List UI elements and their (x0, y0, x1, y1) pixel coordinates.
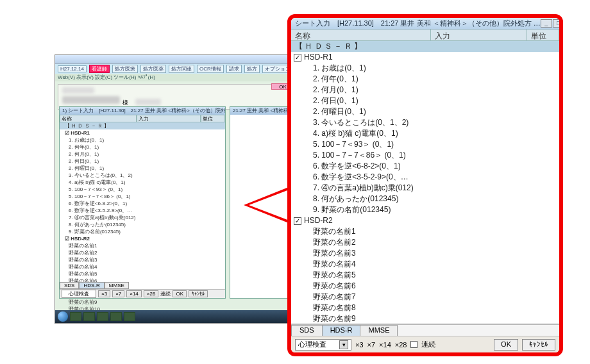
taskbar-item[interactable] (70, 312, 81, 321)
list-item[interactable]: 8. 何があったか(012345) (60, 221, 225, 228)
bg-date-tab[interactable]: H27.12.14 (58, 65, 87, 72)
bg-mult-1[interactable]: ×7 (112, 290, 124, 297)
list-item[interactable]: 5. 100－7＜93＞ (0、1) (60, 186, 225, 193)
checkbox-icon[interactable]: ✓ (294, 217, 301, 225)
list-item[interactable]: 野菜の名前1 (291, 226, 559, 237)
minimize-icon[interactable]: _ (541, 19, 552, 28)
maximize-icon[interactable]: □ (553, 19, 559, 28)
list-item[interactable]: 野菜の名前5 (60, 270, 225, 277)
bg-role-tab[interactable]: 看護師 (89, 65, 110, 73)
mult-x7[interactable]: ×7 (367, 341, 376, 349)
checkbox-icon[interactable]: ✓ (294, 54, 301, 62)
taskbar-item[interactable] (83, 312, 95, 321)
bg-tab-sds[interactable]: SDS (60, 282, 79, 289)
list-item[interactable]: 7. ④の言葉a)植b)動c)乗(012) (291, 183, 559, 194)
start-orb-icon[interactable] (58, 311, 68, 322)
list-item[interactable]: 野菜の名前1 (60, 242, 225, 249)
list-item[interactable]: 5. 100－7－7＜86＞ (0、1) (60, 193, 225, 200)
list-item[interactable]: 6. 数字を逆<3-5-2-9>(0、… (291, 172, 559, 183)
list-item[interactable]: 野菜の名前4 (60, 263, 225, 270)
bg-patient-extra-blur (135, 99, 161, 105)
list-item[interactable]: 8. 何があったか(012345) (291, 194, 559, 204)
list-item[interactable]: 1. お歳は(0、1) (60, 136, 225, 144)
list-item[interactable]: 5. 100－7＜93＞ (0、1) (291, 139, 559, 150)
list-item[interactable]: 4. a)桜 b)猫 c)電車(0、1) (291, 128, 559, 139)
list-item[interactable]: 6. 数字を逆<3-5-2-9>(0、… (60, 207, 225, 214)
bg-tool-3[interactable]: OCR情報 (197, 65, 224, 73)
list-item[interactable]: 2. 何月(0、1) (60, 151, 225, 158)
taskbar-item[interactable] (97, 312, 108, 321)
list-item[interactable]: 3. 今いるところは(0、1、2) (291, 117, 559, 128)
taskbar-item[interactable] (124, 312, 135, 321)
bg-col-name: 名称 (60, 115, 137, 122)
bg-tabs: SDS HDS-R MMSE (60, 282, 129, 289)
tab-mmse[interactable]: MMSE (360, 325, 398, 336)
list-item[interactable]: 2. 何年(0、1) (291, 74, 559, 85)
mult-x28[interactable]: ×28 (395, 341, 407, 349)
bg-sheet-header: 名称 入力 単位 (60, 115, 225, 122)
list-item[interactable]: 野菜の名前8 (291, 302, 559, 313)
list-item[interactable]: 2. 何年(0、1) (60, 144, 225, 151)
row-group-hsd-r2[interactable]: ✓ HSD-R2 (291, 215, 559, 226)
continuous-checkbox[interactable] (410, 341, 417, 348)
list-item[interactable]: 2. 何日(0、1) (291, 95, 559, 106)
bg-col-unit: 単位 (201, 115, 225, 122)
bg-row-group2[interactable]: ☑ HSD-R2 (60, 235, 225, 242)
ok-button[interactable]: OK (494, 339, 518, 351)
list-item[interactable]: 野菜の名前9 (60, 299, 225, 306)
list-item[interactable]: 野菜の名前4 (291, 259, 559, 270)
bg-row-group1[interactable]: ☑ HSD-R1 (60, 129, 225, 136)
cancel-button[interactable]: ｷｬﾝｾﾙ (522, 339, 555, 351)
bg-tool-2[interactable]: 処方関連 (169, 65, 194, 73)
taskbar-item[interactable] (110, 312, 122, 321)
chevron-down-icon[interactable]: ▾ (339, 340, 348, 349)
list-item[interactable]: 2. 何日(0、1) (60, 158, 225, 165)
list-item[interactable]: 9. 野菜の名前(012345) (60, 228, 225, 235)
tab-sds[interactable]: SDS (291, 325, 323, 336)
list-item[interactable]: 3. 今いるところは(0、1、2) (60, 172, 225, 179)
list-item[interactable]: 6. 数字を逆<6-8-2>(0、1) (291, 161, 559, 172)
bg-mult-2[interactable]: ×14 (126, 290, 142, 297)
mult-x14[interactable]: ×14 (379, 341, 391, 349)
list-item[interactable]: 2. 何月(0、1) (291, 85, 559, 95)
col-name: 名称 (291, 29, 431, 40)
bg-mult-3[interactable]: ×28 (144, 290, 159, 297)
list-item[interactable]: 7. ④の言葉a)植b)動c)乗(012) (60, 214, 225, 221)
list-item[interactable]: 野菜の名前3 (60, 256, 225, 263)
list-item[interactable]: 9. 野菜の名前(012345) (291, 204, 559, 215)
tab-hdsr[interactable]: HDS-R (322, 325, 361, 336)
list-item[interactable]: 2. 何曜日(0、1) (291, 106, 559, 117)
list-item[interactable]: 1. お歳は(0、1) (291, 63, 559, 74)
list-item[interactable]: 5. 100－7－7＜86＞ (0、1) (291, 150, 559, 161)
list-item[interactable]: 野菜の名前2 (60, 249, 225, 256)
bg-tool-0[interactable]: 処方医療 (112, 65, 138, 73)
category-combo[interactable]: 心理検査 ▾ (295, 339, 351, 351)
row-group-hsd-r1[interactable]: ✓ HSD-R1 (291, 52, 559, 63)
callout-pointer-fill (249, 188, 292, 222)
bg-sheet-title: 1) シート入力 [H27.11.30] 21:27 里井 美和 <精神科>（そ… (60, 107, 225, 115)
bg-patient-id-blur (62, 87, 94, 94)
list-item[interactable]: 2. 何曜日(0、1) (60, 165, 225, 172)
callout-title-text: シート入力 [H27.11.30] 21:27 里井 美和 ＜精神科＞（その他）… (295, 19, 541, 28)
bg-btn-cancel[interactable]: ｷｬﾝｾﾙ (189, 290, 208, 297)
bg-tool-1[interactable]: 処方医薬 (140, 65, 166, 73)
list-item[interactable]: 4. a)桜 b)猫 c)電車(0、1) (60, 179, 225, 186)
bg-tool-4[interactable]: 請求 (226, 65, 242, 73)
bg-tab-hdsr[interactable]: HDS-R (79, 282, 104, 289)
row-section-hdsr: 【 Ｈ Ｄ Ｓ － Ｒ 】 (291, 41, 559, 52)
bg-mult-0[interactable]: ×3 (98, 290, 110, 297)
bg-tool-5[interactable]: 処方 (244, 65, 260, 73)
list-item[interactable]: 野菜の名前7 (291, 292, 559, 302)
list-item[interactable]: 6. 数字を逆<6-8-2>(0、1) (60, 200, 225, 207)
list-item[interactable]: 野菜の名前9 (291, 313, 559, 324)
bg-combo[interactable]: 心理検査 (62, 290, 96, 298)
bg-btn-ok[interactable]: OK (173, 290, 187, 297)
callout-body: 【 Ｈ Ｄ Ｓ － Ｒ 】 ✓ HSD-R1 1. お歳は(0、1)2. 何年(… (291, 41, 559, 324)
mult-x3[interactable]: ×3 (355, 341, 364, 349)
list-item[interactable]: 野菜の名前3 (291, 248, 559, 259)
list-item[interactable]: 野菜の名前5 (291, 270, 559, 281)
list-item[interactable]: 野菜の名前6 (291, 281, 559, 292)
bg-tab-mmse[interactable]: MMSE (105, 282, 129, 289)
group-label: HSD-R2 (304, 215, 333, 226)
list-item[interactable]: 野菜の名前2 (291, 237, 559, 248)
